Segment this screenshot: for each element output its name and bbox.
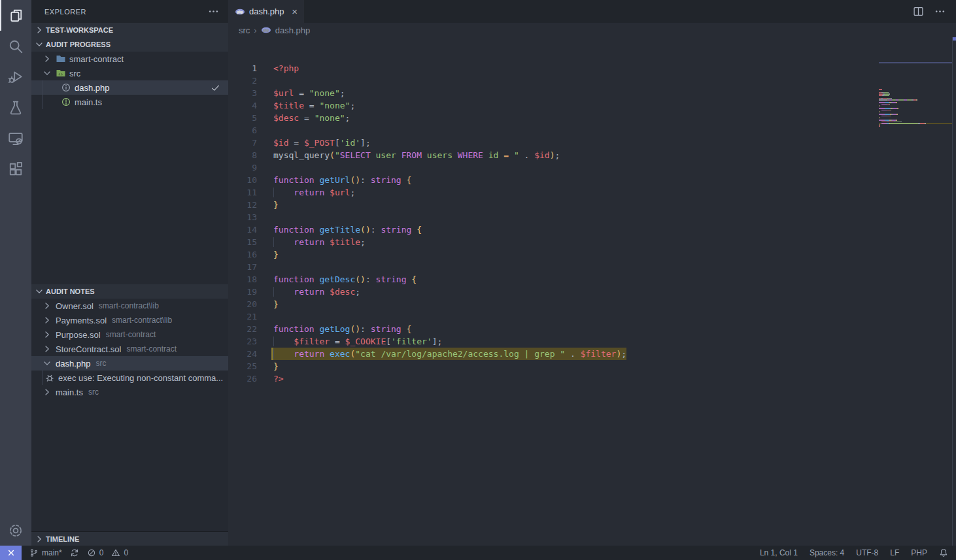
breadcrumb-file[interactable]: dash.php: [275, 25, 311, 35]
chevron-down-icon: [42, 358, 52, 369]
tree-item-owner-sol[interactable]: Owner.solsmart-contract\lib: [31, 299, 228, 313]
line-number: 20: [228, 298, 257, 310]
tree-item-purpose-sol[interactable]: Purpose.solsmart-contract: [31, 327, 228, 342]
gear-icon: [8, 523, 24, 538]
tree-item-main-ts-note[interactable]: main.tssrc: [31, 385, 228, 399]
editor-group: php dash.php × src › php dash.php 1<?php…: [228, 0, 956, 546]
tree-item-dash.php[interactable]: dash.php: [31, 80, 228, 95]
tab-dash-php[interactable]: php dash.php ×: [228, 0, 304, 23]
line-number: 4: [228, 99, 257, 112]
tab-close-icon[interactable]: ×: [292, 7, 298, 16]
status-sync[interactable]: [70, 546, 79, 560]
status-notifications[interactable]: [939, 548, 948, 557]
line-content: [273, 74, 279, 87]
tree-item-main.ts[interactable]: main.ts: [31, 95, 228, 109]
line-number: 24: [228, 348, 257, 360]
tree-item-label: main.ts: [75, 97, 102, 107]
editor-more-actions-icon[interactable]: [934, 6, 946, 17]
tree-item-label: dash.php: [75, 83, 110, 93]
status-indentation[interactable]: Spaces: 4: [810, 548, 844, 557]
activity-bar-bottom: [0, 515, 31, 546]
line-number: 25: [228, 360, 257, 372]
tree-item-exec-use-note[interactable]: exec use: Executing non-constant comma..…: [31, 371, 228, 385]
tree-item-smart-contract[interactable]: smart-contract: [31, 52, 228, 66]
chevron-down-icon: [34, 39, 44, 50]
section-audit-notes[interactable]: AUDIT NOTES: [31, 284, 228, 299]
workspace-header[interactable]: TEST-WORKSPACE: [31, 23, 228, 37]
tab-label: dash.php: [249, 7, 284, 16]
code-line-19: 19 return $desc;: [228, 286, 956, 298]
activity-bar: [0, 0, 31, 546]
breadcrumb-folder[interactable]: src: [239, 25, 250, 35]
tree-item-storecontract-sol[interactable]: StoreContract.solsmart-contract: [31, 342, 228, 356]
tree-item-description: src: [96, 359, 107, 368]
line-content: [273, 124, 279, 137]
code-line-13: 13: [228, 211, 956, 223]
line-number: 26: [228, 372, 257, 385]
line-number: 9: [228, 161, 257, 174]
line-content: mysql_query("SELECT user FROM users WHER…: [273, 149, 560, 161]
code-line-6: 6: [228, 124, 956, 137]
scrollbar-track[interactable]: [952, 37, 953, 546]
section-timeline[interactable]: TIMELINE: [31, 531, 228, 546]
check-icon: [211, 83, 220, 93]
explorer-more-actions-icon[interactable]: [208, 6, 219, 17]
tree-item-payments-sol[interactable]: Payments.solsmart-contract\lib: [31, 313, 228, 327]
folder-blue-icon: [56, 54, 66, 64]
line-number: 18: [228, 273, 257, 286]
chevron-right-icon: [42, 315, 52, 325]
alert-circle-icon: [61, 97, 71, 107]
extensions-icon: [8, 161, 24, 177]
bug-icon: [44, 372, 55, 383]
sidebar-title-bar: EXPLORER: [31, 0, 228, 23]
sidebar-title: EXPLORER: [44, 8, 86, 16]
activity-item-testing[interactable]: [0, 92, 31, 123]
files-icon: [8, 8, 24, 24]
tree-item-label: StoreContract.sol: [56, 344, 121, 354]
line-number: 19: [228, 286, 257, 298]
status-errors[interactable]: 0: [87, 546, 104, 560]
status-eol[interactable]: LF: [890, 548, 899, 557]
php-icon: php: [261, 25, 271, 35]
tree-item-label: exec use: Executing non-constant comma..…: [58, 373, 223, 383]
status-encoding-label: UTF-8: [856, 548, 878, 557]
section-audit-progress-label: AUDIT PROGRESS: [46, 41, 111, 48]
activity-item-explorer[interactable]: [0, 0, 31, 31]
tree-item-dash-php-note[interactable]: dash.phpsrc: [31, 356, 228, 371]
line-content: [273, 211, 279, 223]
activity-item-search[interactable]: [0, 31, 31, 61]
line-content: $title = "none";: [273, 99, 355, 112]
minimap-line: [879, 125, 952, 127]
minimap[interactable]: [879, 37, 952, 152]
status-git-branch[interactable]: main*: [29, 546, 62, 560]
line-content: return exec("cat /var/log/apache2/access…: [273, 348, 626, 360]
activity-item-run-and-debug[interactable]: [0, 61, 31, 92]
status-language-mode-label: PHP: [911, 548, 927, 557]
line-number: 12: [228, 199, 257, 211]
breadcrumb: src › php dash.php: [228, 23, 956, 37]
status-cursor-position[interactable]: Ln 1, Col 1: [760, 548, 798, 557]
tree-item-src[interactable]: src: [31, 66, 228, 80]
status-language-mode[interactable]: PHP: [911, 548, 927, 557]
code-editor[interactable]: 1<?php2 3$url = "none";4$title = "none";…: [228, 37, 956, 546]
section-audit-progress[interactable]: AUDIT PROGRESS: [31, 37, 228, 52]
audit-progress-tree: smart-contractsrcdash.phpmain.ts: [31, 52, 228, 284]
indent-guide: [42, 80, 43, 109]
tree-item-description: smart-contract\lib: [99, 301, 159, 310]
activity-item-manage[interactable]: [0, 515, 31, 546]
chevron-right-icon: [42, 54, 52, 64]
activity-item-extensions[interactable]: [0, 154, 31, 184]
code-line-14: 14function getTitle(): string {: [228, 223, 956, 236]
activity-item-remote-explorer[interactable]: [0, 123, 31, 154]
status-remote-indicator[interactable]: [0, 546, 22, 560]
status-encoding[interactable]: UTF-8: [856, 548, 878, 557]
chevron-right-icon: [42, 344, 52, 354]
explorer-sidebar: EXPLORER TEST-WORKSPACE AUDIT PROGRESS s…: [31, 0, 228, 546]
status-warnings[interactable]: 0: [111, 546, 128, 560]
chevron-down-icon: [34, 286, 44, 297]
line-number: 2: [228, 74, 257, 87]
code-line-23: 23 $filter = $_COOKIE['filter'];: [228, 335, 956, 348]
code-line-4: 4$title = "none";: [228, 99, 956, 112]
activity-bar-top: [0, 0, 31, 184]
split-editor-icon[interactable]: [913, 6, 924, 17]
